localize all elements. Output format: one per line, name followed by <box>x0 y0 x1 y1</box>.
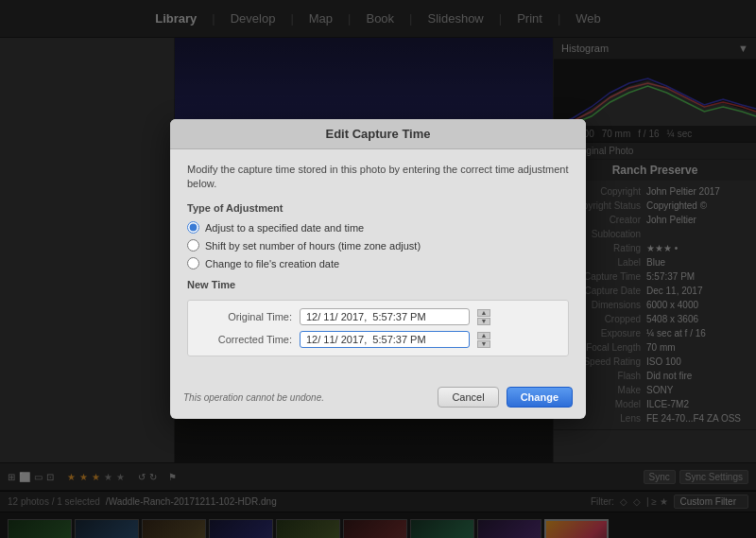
spin-down[interactable]: ▼ <box>477 318 490 325</box>
modal-overlay: Edit Capture Time Modify the capture tim… <box>0 0 756 538</box>
original-time-spinner[interactable]: ▲ ▼ <box>477 309 490 325</box>
edit-capture-time-modal: Edit Capture Time Modify the capture tim… <box>170 119 586 420</box>
corrected-time-input[interactable] <box>300 331 470 348</box>
radio-input-3[interactable] <box>187 257 199 269</box>
spin-up-2[interactable]: ▲ <box>477 332 490 339</box>
spin-down-2[interactable]: ▼ <box>477 340 490 348</box>
corrected-time-label: Corrected Time: <box>198 334 292 345</box>
modal-footer: This operation cannot be undone. Cancel … <box>170 379 586 419</box>
modal-section-label: Type of Adjustment <box>187 202 569 214</box>
original-time-label: Original Time: <box>198 311 292 322</box>
radio-label-1: Adjust to a specified date and time <box>205 222 364 234</box>
radio-label-2: Shift by set number of hours (time zone … <box>205 240 421 252</box>
modal-body: Modify the capture time stored in this p… <box>170 149 586 380</box>
radio-option-3[interactable]: Change to file's creation date <box>187 257 569 269</box>
radio-label-3: Change to file's creation date <box>205 258 339 269</box>
radio-option-1[interactable]: Adjust to a specified date and time <box>187 221 569 234</box>
radio-option-2[interactable]: Shift by set number of hours (time zone … <box>187 239 569 252</box>
new-time-label: New Time <box>187 279 569 290</box>
modal-title: Edit Capture Time <box>170 119 586 149</box>
spin-up[interactable]: ▲ <box>477 309 490 317</box>
corrected-time-spinner[interactable]: ▲ ▼ <box>477 332 490 348</box>
original-time-row: Original Time: ▲ ▼ <box>198 308 558 325</box>
modal-warning: This operation cannot be undone. <box>183 392 430 403</box>
radio-input-2[interactable] <box>187 239 199 252</box>
corrected-time-row: Corrected Time: ▲ ▼ <box>198 331 558 348</box>
cancel-button[interactable]: Cancel <box>438 387 498 408</box>
change-button[interactable]: Change <box>507 387 573 408</box>
original-time-input[interactable] <box>300 308 470 325</box>
radio-input-1[interactable] <box>187 221 199 234</box>
modal-description: Modify the capture time stored in this p… <box>187 163 569 192</box>
time-grid: Original Time: ▲ ▼ Corrected Time: ▲ ▼ <box>187 300 569 356</box>
